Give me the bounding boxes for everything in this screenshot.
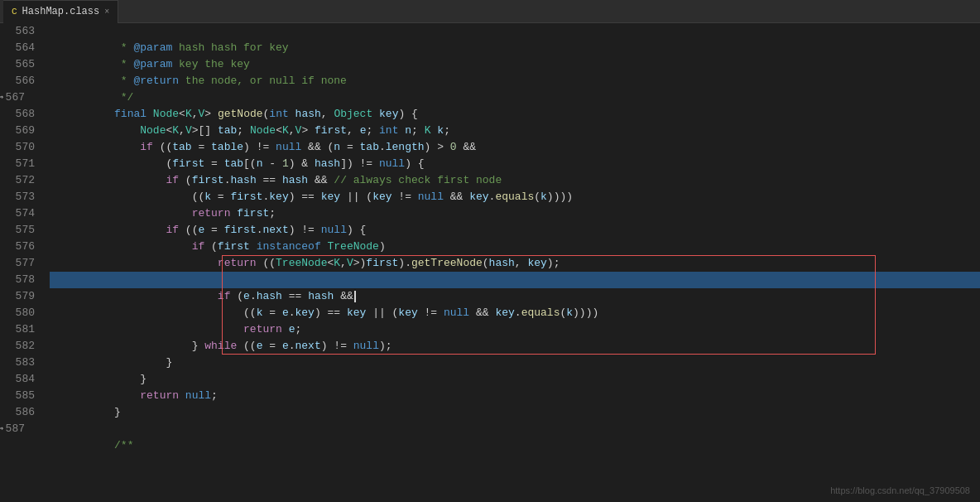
code-line-575: if (first instanceof TreeNode) — [50, 222, 980, 239]
code-line-576: return ((TreeNode<K,V>)first).getTreeNod… — [50, 239, 980, 255]
code-line-579: ((k = e.key) == key || (key != null && k… — [50, 288, 980, 305]
code-area: 563 564 565 566 567 568 569 570 571 572 … — [0, 23, 980, 502]
code-line-587: /** — [50, 421, 980, 437]
line-578: 578 — [0, 272, 35, 288]
line-566: 566 — [0, 73, 35, 89]
line-567: 567 — [0, 89, 35, 106]
tab-bar: C HashMap.class × — [0, 0, 980, 23]
code-content[interactable]: * @param hash hash for key * @param key … — [43, 23, 980, 502]
line-574: 574 — [0, 205, 35, 222]
line-565: 565 — [0, 56, 35, 73]
line-571: 571 — [0, 156, 35, 172]
line-582: 582 — [0, 338, 35, 355]
code-line-566: */ — [50, 73, 980, 89]
line-584: 584 — [0, 371, 35, 388]
line-564: 564 — [0, 40, 35, 56]
code-line-567: final Node<K,V> getNode(int hash, Object… — [50, 89, 980, 106]
code-line-578: if (e.hash == hash && — [50, 272, 980, 288]
line-587: 587 — [0, 421, 35, 437]
code-line-584: return null; — [50, 371, 980, 388]
line-569: 569 — [0, 123, 35, 139]
code-line-569: if ((tab = table) != null && (n = tab.le… — [50, 123, 980, 139]
code-line-574: if ((e = first.next) != null) { — [50, 205, 980, 222]
line-576: 576 — [0, 239, 35, 255]
watermark: https://blog.csdn.net/qq_37909508 — [830, 485, 970, 495]
code-line-577: do { — [50, 255, 980, 272]
code-line-573: return first; — [50, 189, 980, 205]
code-line-564: * @param key the key — [50, 40, 980, 56]
line-573: 573 — [0, 189, 35, 205]
code-line-583: } — [50, 355, 980, 371]
tab-title: HashMap.class — [22, 6, 100, 17]
code-line-568: Node<K,V>[] tab; Node<K,V> first, e; int… — [50, 106, 980, 123]
code-line-585: } — [50, 388, 980, 404]
line-577: 577 — [0, 255, 35, 272]
line-585: 585 — [0, 388, 35, 404]
tab-close-button[interactable]: × — [104, 7, 109, 17]
line-572: 572 — [0, 172, 35, 189]
code-line-581: } while ((e = e.next) != null); — [50, 321, 980, 338]
code-line-563: * @param hash hash for key — [50, 23, 980, 40]
line-575: 575 — [0, 222, 35, 239]
code-line-565: * @return the node, or null if none — [50, 56, 980, 73]
tab-hashmap[interactable]: C HashMap.class × — [3, 0, 118, 23]
code-line-580: return e; — [50, 305, 980, 321]
line-580: 580 — [0, 305, 35, 321]
code-line-570: (first = tab[(n - 1) & hash]) != null) { — [50, 139, 980, 156]
line-586: 586 — [0, 404, 35, 421]
code-line-582: } — [50, 338, 980, 355]
tab-icon: C — [12, 7, 17, 17]
line-579: 579 — [0, 288, 35, 305]
code-line-571: if (first.hash == hash && // always chec… — [50, 156, 980, 172]
line-numbers: 563 564 565 566 567 568 569 570 571 572 … — [0, 23, 43, 502]
code-line-586 — [50, 404, 980, 421]
line-568: 568 — [0, 106, 35, 123]
line-563: 563 — [0, 23, 35, 40]
code-line-572: ((k = first.key) == key || (key != null … — [50, 172, 980, 189]
line-570: 570 — [0, 139, 35, 156]
line-581: 581 — [0, 321, 35, 338]
line-583: 583 — [0, 355, 35, 371]
